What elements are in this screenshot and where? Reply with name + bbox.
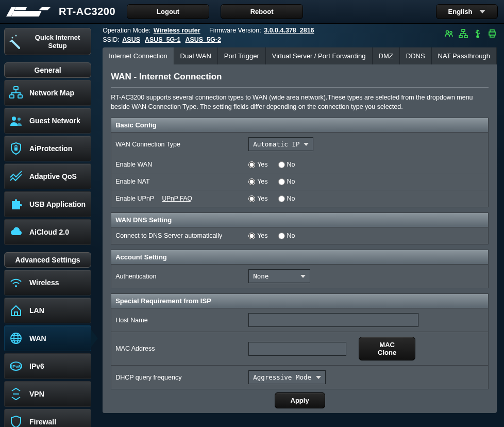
tab-virtual-server[interactable]: Virtual Server / Port Forwarding [266,47,373,64]
dns-auto-no[interactable]: No [278,232,295,239]
network-status-icon[interactable] [459,29,468,38]
printer-icon[interactable] [488,29,497,38]
group-basic-config: Basic Config [111,118,489,133]
shield-lock-icon [9,141,23,156]
sidebar-item-vpn[interactable]: VPN [4,381,91,407]
sidebar-item-label: Network Map [29,89,74,97]
sidebar-item-guest-network[interactable]: Guest Network [4,108,91,134]
enable-wan-no[interactable]: No [278,161,295,168]
svg-rect-1 [11,11,42,17]
row-authentication: Authentication None [111,265,489,288]
fw-value[interactable]: 3.0.0.4.378_2816 [264,27,314,34]
sidebar-item-label: Wireless [29,278,59,287]
sidebar-item-lan[interactable]: LAN [4,298,91,323]
tab-dmz[interactable]: DMZ [373,47,400,64]
enable-nat-yes[interactable]: Yes [248,178,267,185]
sidebar-item-label: IPv6 [29,362,44,370]
sidebar-item-wireless[interactable]: Wireless [4,270,91,295]
svg-point-5 [15,35,17,36]
sidebar-item-adaptive-qos[interactable]: Adaptive QoS [4,163,91,189]
sidebar-item-wan[interactable]: WAN [4,325,91,351]
upnp-faq-link[interactable]: UPnP FAQ [162,195,192,202]
ipv6-icon: IPv6 [9,359,23,373]
svg-point-19 [446,31,449,34]
clients-icon[interactable] [444,29,453,38]
enable-upnp-label: Enable UPnP [115,195,154,202]
home-icon [9,303,23,318]
op-mode-value[interactable]: Wireless router [154,27,200,34]
sidebar-item-firewall[interactable]: Firewall [4,409,91,427]
usb-icon[interactable] [473,29,482,38]
apply-button[interactable]: Apply [275,392,325,408]
mac-input[interactable] [248,342,346,356]
ssid-label: SSID: [103,36,120,43]
ssid-value-1[interactable]: ASUS [122,36,140,43]
vpn-icon [9,387,23,401]
svg-point-10 [12,117,16,121]
auth-select[interactable]: None [248,269,310,283]
mac-label: MAC Address [115,345,248,352]
row-enable-nat: Enable NAT Yes No [111,173,489,190]
wct-value: Automatic IP [253,140,299,148]
auth-value: None [253,272,268,280]
panel-title: WAN - Internet Connection [111,72,489,88]
auth-label: Authentication [115,273,248,280]
op-mode-label: Operation Mode: [103,27,150,34]
sidebar-item-label: Guest Network [29,117,80,125]
asus-logo-icon [6,7,51,17]
puzzle-icon [9,197,23,211]
network-map-icon [9,86,23,100]
sidebar-item-aicloud[interactable]: AiCloud 2.0 [4,219,91,245]
tab-internet-connection[interactable]: Internet Connection [103,47,174,64]
sidebar-item-usb-application[interactable]: USB Application [4,191,91,217]
sidebar: Quick Internet Setup General Network Map… [0,24,95,427]
ssid-value-2[interactable]: ASUS_5G-1 [145,36,180,43]
sidebar-item-aiprotection[interactable]: AiProtection [4,136,91,161]
qos-icon [9,169,23,184]
sidebar-item-label: VPN [29,390,44,398]
brand-logo: RT-AC3200 [6,6,115,18]
wct-select[interactable]: Automatic IP [248,137,313,151]
mac-clone-button[interactable]: MAC Clone [359,337,415,360]
svg-text:IPv6: IPv6 [11,364,21,369]
dns-auto-yes[interactable]: Yes [248,232,267,239]
enable-nat-label: Enable NAT [115,178,248,185]
dhcp-select[interactable]: Aggressive Mode [248,370,326,384]
sidebar-item-label: USB Application [29,200,86,208]
reboot-button[interactable]: Reboot [221,4,303,19]
sidebar-item-label: WAN [29,334,46,342]
logout-button[interactable]: Logout [127,4,209,19]
svg-point-11 [18,118,21,121]
host-input[interactable] [248,313,418,327]
guest-network-icon [9,113,23,128]
ssid-value-3[interactable]: ASUS_5G-2 [185,36,221,43]
meta-bar: Operation Mode: Wireless router Firmware… [103,26,497,44]
status-icons [444,26,497,38]
globe-icon [9,331,23,346]
row-enable-upnp: Enable UPnP UPnP FAQ Yes No [111,190,489,207]
tab-dual-wan[interactable]: Dual WAN [174,47,218,64]
row-mac-address: MAC Address MAC Clone [111,332,489,366]
dhcp-label: DHCP query frequency [115,374,248,381]
row-wan-connection-type: WAN Connection Type Automatic IP [111,133,489,156]
row-dhcp-frequency: DHCP query frequency Aggressive Mode [111,366,489,389]
tab-nat-passthrough[interactable]: NAT Passthrough [432,47,497,64]
svg-rect-12 [14,147,18,151]
svg-rect-6 [10,39,21,50]
svg-point-13 [15,285,17,287]
sidebar-item-ipv6[interactable]: IPv6 IPv6 [4,353,91,379]
enable-upnp-no[interactable]: No [278,195,295,202]
sidebar-item-network-map[interactable]: Network Map [4,80,91,106]
enable-wan-yes[interactable]: Yes [248,161,267,168]
sidebar-item-label: LAN [29,306,44,315]
enable-upnp-yes[interactable]: Yes [248,195,267,202]
svg-point-24 [477,36,479,38]
quick-internet-setup-button[interactable]: Quick Internet Setup [4,28,91,55]
sidebar-item-label: AiProtection [29,144,72,153]
enable-nat-no[interactable]: No [278,178,295,185]
section-advanced: Advanced Settings [4,252,91,268]
language-select[interactable]: English [436,4,498,19]
group-dns: WAN DNS Setting [111,212,489,227]
tab-port-trigger[interactable]: Port Trigger [218,47,266,64]
tab-ddns[interactable]: DDNS [400,47,432,64]
